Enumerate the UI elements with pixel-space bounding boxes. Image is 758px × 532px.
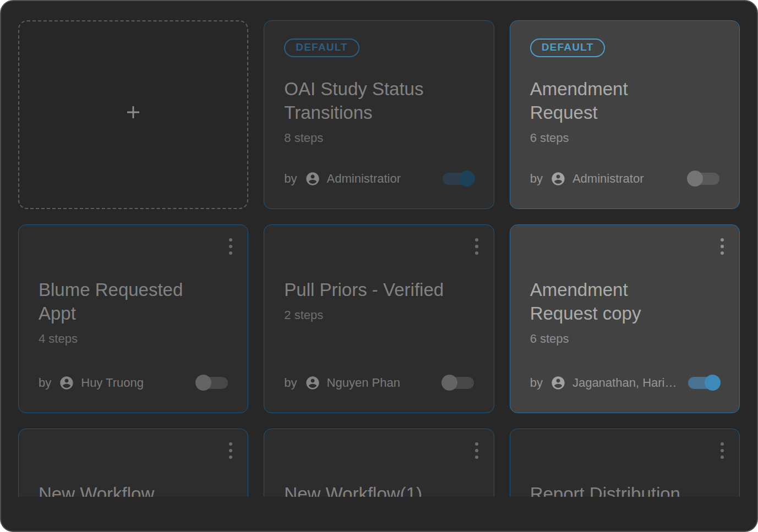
plus-icon bbox=[126, 105, 141, 120]
more-options-button[interactable] bbox=[719, 441, 725, 460]
workflow-author: Huy Truong bbox=[81, 376, 144, 390]
workflow-title: OAI Study Status Transitions bbox=[284, 77, 473, 124]
toggle-knob bbox=[459, 171, 475, 187]
more-options-button[interactable] bbox=[228, 237, 233, 256]
workflow-step-count: 6 steps bbox=[530, 332, 719, 346]
user-avatar-icon bbox=[59, 375, 74, 391]
more-options-button[interactable] bbox=[474, 237, 479, 256]
more-options-button[interactable] bbox=[228, 441, 233, 460]
workflow-card-grid: DEFAULT OAI Study Status Transitions 8 s… bbox=[18, 20, 740, 497]
user-avatar-icon bbox=[305, 171, 320, 187]
more-options-button[interactable] bbox=[474, 441, 479, 460]
workflow-title: New Workflow(1) bbox=[284, 482, 473, 497]
workflow-title: Amendment Request bbox=[530, 77, 719, 124]
workflow-author-row: by Administratior bbox=[284, 171, 473, 187]
workflow-card-amendment-request-copy[interactable]: Amendment Request copy 6 steps by Jagana… bbox=[510, 224, 740, 413]
toggle-knob bbox=[705, 375, 721, 391]
workflow-card-new-workflow-1[interactable]: New Workflow(1) bbox=[264, 429, 494, 497]
workflow-title: Pull Priors - Verified bbox=[284, 278, 473, 301]
workflow-card-report-distribution[interactable]: Report Distribution bbox=[510, 429, 740, 497]
workflow-author-row: by Huy Truong bbox=[39, 375, 228, 391]
workflow-cards-scroll-area[interactable]: DEFAULT OAI Study Status Transitions 8 s… bbox=[1, 1, 757, 497]
by-label: by bbox=[39, 376, 51, 390]
workflow-title: Blume Requested Appt bbox=[39, 278, 228, 325]
workflow-title: Amendment Request copy bbox=[530, 278, 719, 325]
user-avatar-icon bbox=[305, 375, 320, 391]
workflow-author-row: by Administrator bbox=[530, 171, 719, 187]
publish-toggle[interactable] bbox=[443, 173, 474, 185]
default-badge: DEFAULT bbox=[530, 39, 606, 57]
workflow-card-pull-priors-verified[interactable]: Pull Priors - Verified 2 steps by Nguyen… bbox=[264, 224, 494, 413]
workflow-card-blume-requested-appt[interactable]: Blume Requested Appt 4 steps by Huy Truo… bbox=[18, 224, 248, 413]
user-avatar-icon bbox=[550, 375, 566, 391]
toggle-knob bbox=[441, 375, 457, 391]
publish-toggle[interactable] bbox=[688, 377, 719, 389]
by-label: by bbox=[284, 376, 297, 390]
default-badge: DEFAULT bbox=[284, 39, 359, 57]
workflows-panel: DEFAULT OAI Study Status Transitions 8 s… bbox=[0, 0, 758, 532]
workflow-author-row: by Jaganathan, Hari… bbox=[530, 375, 719, 391]
toggle-knob bbox=[195, 375, 211, 391]
by-label: by bbox=[530, 376, 543, 390]
workflow-author: Nguyen Phan bbox=[327, 376, 400, 390]
user-avatar-icon bbox=[550, 171, 566, 187]
workflow-card-amendment-request[interactable]: DEFAULT Amendment Request 6 steps by Adm… bbox=[510, 20, 740, 209]
publish-toggle[interactable] bbox=[197, 377, 228, 389]
by-label: by bbox=[284, 172, 297, 186]
workflow-title: New Workflow bbox=[39, 482, 228, 497]
by-label: by bbox=[530, 172, 543, 186]
publish-toggle[interactable] bbox=[443, 377, 474, 389]
workflow-step-count: 6 steps bbox=[530, 131, 719, 145]
workflow-author: Administratior bbox=[327, 172, 401, 186]
panel-footer bbox=[1, 497, 757, 531]
workflow-author: Jaganathan, Hari… bbox=[572, 376, 677, 390]
toggle-knob bbox=[687, 171, 703, 187]
workflow-title: Report Distribution bbox=[530, 482, 719, 497]
workflow-step-count: 8 steps bbox=[284, 131, 473, 145]
more-options-button[interactable] bbox=[719, 237, 725, 256]
workflow-card-new-workflow[interactable]: New Workflow bbox=[18, 429, 248, 497]
publish-toggle[interactable] bbox=[688, 173, 719, 185]
workflow-author: Administrator bbox=[572, 172, 644, 186]
workflow-step-count: 4 steps bbox=[39, 332, 228, 346]
workflow-card-oai-study-status-transitions[interactable]: DEFAULT OAI Study Status Transitions 8 s… bbox=[264, 20, 494, 209]
add-workflow-card[interactable] bbox=[18, 20, 248, 209]
workflow-author-row: by Nguyen Phan bbox=[284, 375, 473, 391]
workflow-step-count: 2 steps bbox=[284, 308, 473, 322]
